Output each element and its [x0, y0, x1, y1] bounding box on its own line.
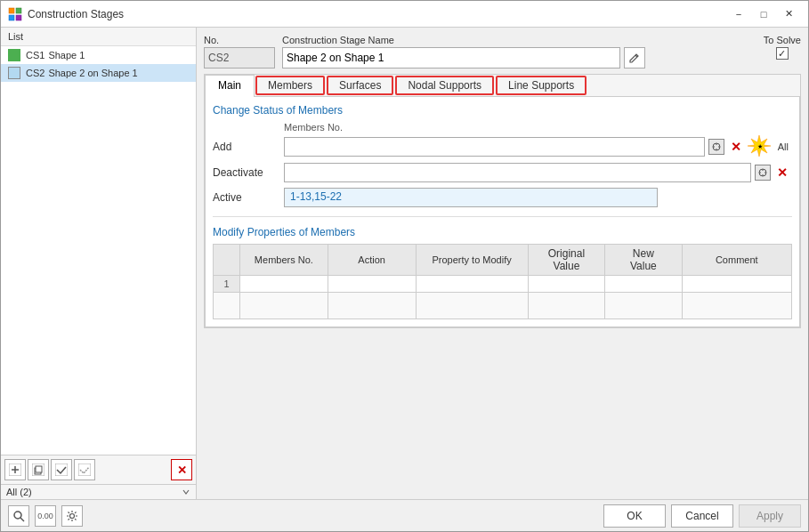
svg-point-15: [70, 513, 75, 518]
svg-rect-2: [9, 15, 14, 20]
tabs-header: Main Members Surfaces Nodal Supports Lin…: [205, 75, 800, 97]
table-row: 1: [214, 276, 792, 293]
list-item-cs2[interactable]: CS2 Shape 2 on Shape 1: [1, 64, 196, 82]
active-row: Active 1-13,15-22: [213, 188, 792, 207]
add-actions: ✕ ★ All: [708, 134, 792, 159]
to-solve-checkbox[interactable]: [776, 47, 789, 60]
add-item-button[interactable]: [4, 459, 26, 480]
cell-comment-1[interactable]: [682, 276, 791, 293]
add-pick-button[interactable]: [708, 139, 724, 155]
no-label: No.: [204, 35, 275, 45]
svg-rect-7: [36, 466, 42, 472]
settings-button[interactable]: [61, 505, 83, 527]
number-format-button[interactable]: 0.00: [35, 505, 56, 527]
to-solve-label: To Solve: [764, 35, 801, 45]
cs2-color: [8, 67, 20, 79]
change-status-title: Change Status of Members: [213, 104, 792, 117]
col-new-value: New Value: [605, 245, 682, 276]
list-item-cs1[interactable]: CS1 Shape 1: [1, 46, 196, 64]
maximize-button[interactable]: □: [751, 2, 776, 27]
minimize-button[interactable]: −: [726, 2, 751, 27]
cancel-button[interactable]: Cancel: [671, 504, 733, 528]
col-original-value: Original Value: [528, 245, 604, 276]
number-format-label: 0.00: [37, 512, 53, 520]
svg-rect-0: [9, 8, 14, 13]
list-toolbar: ✕: [1, 455, 196, 484]
to-solve-group: To Solve: [764, 35, 801, 60]
add-label: Add: [213, 141, 284, 153]
cs1-color: [8, 49, 20, 61]
section-divider: [213, 216, 792, 217]
cell-action-1[interactable]: [328, 276, 416, 293]
tab-members[interactable]: Members: [255, 76, 325, 95]
table-row-empty: [214, 293, 792, 319]
all-starburst-button[interactable]: ★: [748, 134, 773, 159]
copy-item-button[interactable]: [28, 459, 49, 480]
members-no-col-header: Members No.: [284, 122, 343, 133]
svg-rect-3: [16, 15, 21, 20]
cell-new-value-1[interactable]: [605, 276, 682, 293]
svg-point-13: [14, 512, 21, 519]
col-property: Property to Modify: [416, 245, 528, 276]
tab-main-content: Change Status of Members Members No. Add: [205, 97, 800, 327]
right-panel: No. Construction Stage Name To Solve: [197, 28, 808, 499]
check-item-button[interactable]: [51, 459, 72, 480]
name-label: Construction Stage Name: [282, 35, 645, 45]
cs1-code: CS1: [26, 50, 44, 60]
active-value: 1-13,15-22: [284, 188, 658, 207]
deactivate-x-icon: ✕: [777, 165, 788, 180]
svg-line-14: [20, 518, 24, 521]
deactivate-actions: ✕: [755, 163, 792, 182]
main-window: Construction Stages − □ ✕ List CS1 Shape…: [0, 0, 809, 532]
add-row: Add ✕: [213, 134, 792, 159]
dropdown-arrow-icon: [182, 488, 190, 496]
main-content: List CS1 Shape 1 CS2 Shape 2 on Shape 1: [1, 28, 808, 499]
name-input[interactable]: [282, 47, 620, 69]
deactivate-pick-button[interactable]: [755, 165, 771, 181]
add-x-icon: ✕: [731, 140, 741, 154]
tabs-container: Main Members Surfaces Nodal Supports Lin…: [204, 74, 801, 328]
modify-table: Members No. Action Property to Modify Or…: [213, 244, 792, 319]
uncheck-item-button[interactable]: [74, 459, 95, 480]
modify-properties-title: Modify Properties of Members: [213, 226, 792, 238]
no-field-group: No.: [204, 35, 275, 69]
deactivate-label: Deactivate: [213, 166, 284, 179]
ok-button[interactable]: OK: [603, 504, 666, 528]
title-bar: Construction Stages − □ ✕: [1, 1, 808, 28]
cs2-code: CS2: [26, 68, 44, 78]
search-icon: [12, 510, 25, 522]
deactivate-input[interactable]: [284, 163, 751, 182]
search-button[interactable]: [8, 505, 29, 527]
svg-rect-1: [16, 8, 21, 13]
tab-surfaces[interactable]: Surfaces: [327, 76, 393, 95]
cell-members-no-1[interactable]: [240, 276, 328, 293]
tab-main[interactable]: Main: [205, 75, 255, 97]
delete-item-button[interactable]: ✕: [171, 459, 192, 480]
gear-icon: [66, 510, 78, 522]
list-header: List: [1, 28, 196, 46]
close-button[interactable]: ✕: [776, 2, 801, 27]
status-bar: 0.00 OK Cancel Apply: [1, 499, 808, 531]
apply-button[interactable]: Apply: [739, 504, 801, 528]
cell-rownum-1: 1: [214, 276, 240, 293]
name-field-group: Construction Stage Name: [282, 35, 645, 69]
app-icon: [8, 7, 22, 21]
deactivate-delete-button[interactable]: ✕: [773, 163, 792, 182]
tab-nodal-supports[interactable]: Nodal Supports: [395, 76, 494, 95]
col-members-no: Members No.: [240, 245, 328, 276]
all-label[interactable]: All: [774, 141, 792, 153]
list-footer: All (2): [1, 484, 196, 499]
deactivate-row: Deactivate ✕: [213, 163, 792, 182]
cell-original-1[interactable]: [528, 276, 604, 293]
add-delete-button[interactable]: ✕: [726, 137, 746, 157]
cell-property-1[interactable]: [416, 276, 528, 293]
edit-name-button[interactable]: [624, 47, 645, 69]
svg-marker-11: [748, 135, 771, 157]
window-title: Construction Stages: [28, 8, 726, 20]
no-input[interactable]: [204, 47, 275, 69]
tab-line-supports[interactable]: Line Supports: [496, 76, 587, 95]
add-input[interactable]: [284, 137, 705, 157]
cs1-name: Shape 1: [48, 50, 85, 60]
col-rownum: [214, 245, 240, 276]
list-count-label: All (2): [6, 487, 182, 497]
